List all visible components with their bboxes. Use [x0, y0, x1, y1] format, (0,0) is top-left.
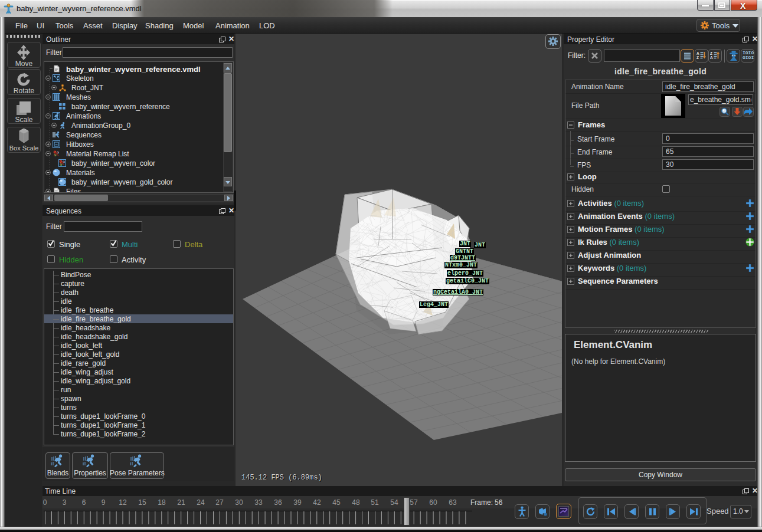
- svg-text:Z: Z: [710, 51, 712, 55]
- svg-text:A: A: [710, 55, 713, 60]
- svg-text:Z: Z: [696, 55, 699, 60]
- svg-text:A: A: [696, 51, 699, 55]
